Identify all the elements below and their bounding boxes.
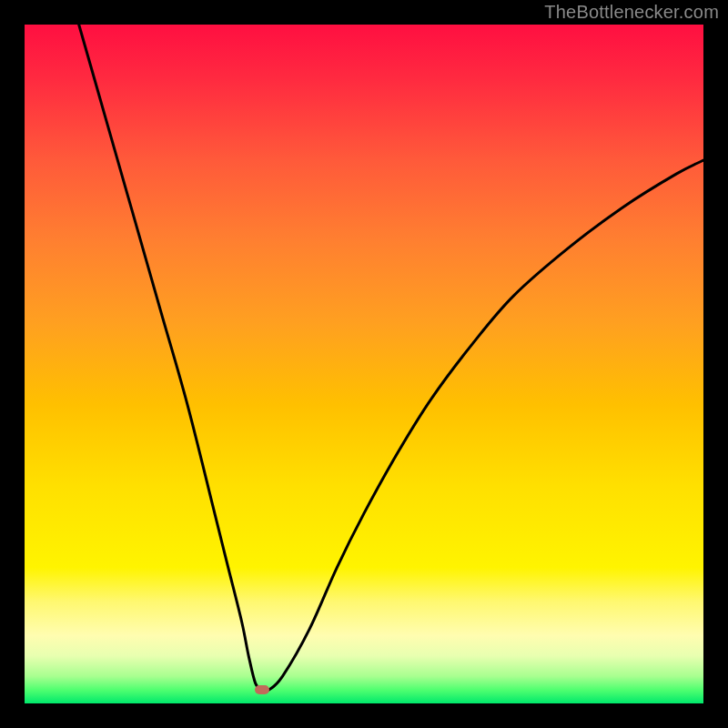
optimal-point-marker <box>255 685 269 694</box>
chart-area <box>25 25 703 703</box>
bottleneck-curve <box>25 25 703 703</box>
watermark-text: TheBottlenecker.com <box>544 2 719 23</box>
